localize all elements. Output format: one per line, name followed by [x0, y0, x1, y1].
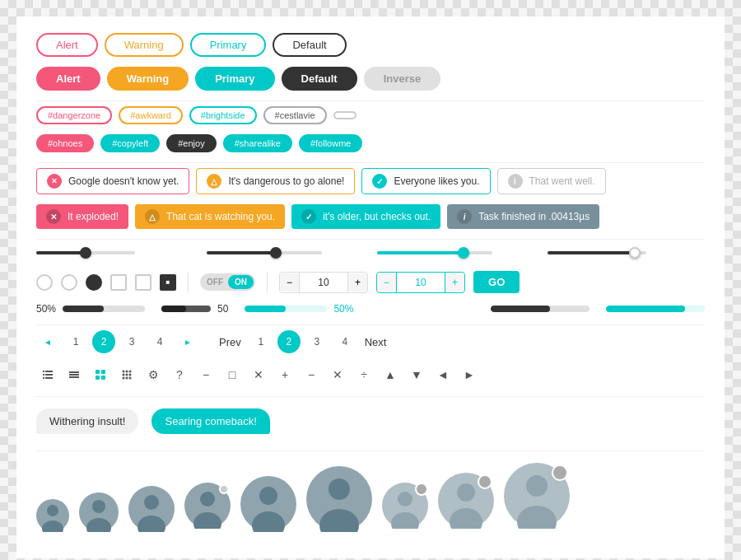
icon-minus[interactable]: −	[194, 363, 217, 386]
controls-row: OFF ON − + − + GO	[36, 271, 705, 293]
btn-primary-filled[interactable]: Primary	[195, 67, 274, 91]
divider-4	[36, 324, 705, 325]
icon-arrow-right[interactable]: ►	[458, 363, 481, 386]
divider-6	[36, 450, 705, 451]
btn-alert-filled[interactable]: Alert	[36, 67, 100, 91]
progress-4-fill	[491, 306, 550, 312]
progress-4-track	[491, 306, 590, 312]
btn-warning-filled[interactable]: Warning	[107, 67, 189, 91]
svg-point-15	[129, 371, 132, 373]
stepper-value-1[interactable]	[299, 273, 348, 292]
slider-2[interactable]	[207, 251, 364, 254]
page-1-1[interactable]: 1	[64, 330, 87, 353]
tag-awkward[interactable]: #awkward	[119, 106, 183, 124]
checkbox-unchecked-1[interactable]	[110, 274, 127, 291]
page-1-2[interactable]: 1	[249, 330, 273, 353]
filled-warning-text: That cat is watching you.	[166, 211, 275, 222]
radio-unchecked-1[interactable]	[36, 274, 53, 291]
go-button[interactable]: GO	[473, 271, 520, 293]
alert-bar-error-outline: ✕ Google doesn't know yet.	[36, 168, 189, 194]
stepper-value-2[interactable]	[396, 273, 445, 292]
slider-3[interactable]	[377, 251, 534, 254]
pagination-1: ◄ 1 2 3 4 ►	[36, 330, 199, 353]
progress-2-container: 50	[161, 303, 228, 315]
icon-plus[interactable]: +	[273, 363, 296, 386]
page-4-2[interactable]: 4	[333, 330, 357, 353]
progress-1-fill	[63, 306, 104, 312]
radio-unchecked-2[interactable]	[61, 274, 77, 291]
page-prev-label-2[interactable]: Prev	[216, 336, 245, 348]
svg-point-20	[126, 377, 128, 380]
progress-1-label: 50%	[36, 303, 56, 315]
slider-4[interactable]	[548, 251, 705, 254]
icon-list[interactable]	[63, 363, 86, 386]
icon-square[interactable]: □	[221, 363, 244, 386]
alert-bar-info-filled: i Task finished in .00413µs	[447, 204, 599, 229]
btn-default-outline[interactable]: Default	[273, 33, 346, 57]
page-3-1[interactable]: 3	[120, 330, 143, 353]
checkbox-unchecked-2[interactable]	[135, 274, 151, 291]
pagination-rows: ◄ 1 2 3 4 ► Prev 1 2 3 4 Next	[36, 330, 705, 353]
btn-default-filled[interactable]: Default	[282, 67, 357, 91]
icon-arrow-left[interactable]: ◄	[431, 363, 454, 386]
btn-primary-outline[interactable]: Primary	[190, 33, 267, 57]
icon-settings[interactable]: ⚙	[142, 363, 165, 386]
alert-bars-outline-row: ✕ Google doesn't know yet. △ It's danger…	[36, 168, 705, 194]
tag-brightside[interactable]: #brightside	[189, 106, 257, 124]
slider-1[interactable]	[36, 251, 193, 254]
tag-sharealike[interactable]: #sharealike	[223, 134, 292, 152]
checkbox-checked[interactable]	[160, 274, 176, 291]
alert-bars-filled-row: ✕ It exploded! △ That cat is watching yo…	[36, 204, 705, 229]
icon-close[interactable]: ✕	[247, 363, 270, 386]
btn-inverse-filled[interactable]: Inverse	[364, 67, 441, 91]
stepper-increment-1[interactable]: +	[348, 273, 367, 292]
icon-list-detailed[interactable]	[36, 363, 59, 386]
tag-ohnoes[interactable]: #ohnoes	[36, 134, 94, 152]
icon-arrow-up[interactable]: ▲	[379, 363, 402, 386]
svg-point-41	[398, 492, 412, 506]
btn-alert-outline[interactable]: Alert	[36, 33, 98, 57]
stepper-increment-2[interactable]: +	[445, 273, 464, 292]
page-2-1[interactable]: 2	[92, 330, 115, 353]
stepper-decrement-1[interactable]: −	[280, 273, 299, 292]
page-prev-1[interactable]: ◄	[36, 330, 59, 353]
icon-divide[interactable]: ÷	[352, 363, 375, 386]
svg-point-23	[47, 505, 58, 516]
filled-success-text: it's older, but checks out.	[323, 211, 431, 222]
page-next-label-2[interactable]: Next	[361, 336, 390, 348]
icon-help[interactable]: ?	[168, 363, 191, 386]
page-3-2[interactable]: 3	[305, 330, 329, 353]
tag-empty[interactable]	[333, 111, 357, 119]
alert-triangle-icon: △	[207, 174, 221, 189]
page-2-2[interactable]: 2	[277, 330, 301, 353]
chat-left-text: Withering insult!	[49, 415, 125, 427]
alert-check-icon: ✓	[372, 174, 387, 189]
icon-dots-grid[interactable]	[115, 363, 138, 386]
avatar-5	[240, 476, 296, 532]
tag-copyleft[interactable]: #copyleft	[100, 134, 160, 152]
alert-bar-success-filled: ✓ it's older, but checks out.	[291, 204, 440, 229]
tag-followme[interactable]: #followme	[299, 134, 363, 152]
alert-default-text: That went well.	[529, 175, 595, 187]
page-4-1[interactable]: 4	[148, 330, 171, 353]
radio-checked[interactable]	[86, 274, 102, 291]
chat-left: Withering insult!	[36, 408, 138, 434]
icon-arrow-down[interactable]: ▼	[405, 363, 428, 386]
filled-buttons-row: Alert Warning Primary Default Inverse	[36, 67, 705, 91]
svg-rect-7	[69, 374, 79, 376]
toggle-switch[interactable]: OFF ON	[200, 273, 255, 291]
btn-warning-outline[interactable]: Warning	[105, 33, 184, 57]
tag-cestlavie[interactable]: #cestlavie	[263, 106, 327, 124]
tag-dangerzone[interactable]: #dangerzone	[36, 106, 112, 124]
icon-minus-2[interactable]: −	[300, 363, 323, 386]
svg-point-16	[123, 374, 125, 376]
filled-x-icon: ✕	[46, 209, 61, 224]
avatar-7-container	[382, 483, 428, 532]
stepper-decrement-2[interactable]: −	[377, 273, 396, 292]
icon-grid[interactable]	[89, 363, 112, 386]
page-next-1[interactable]: ►	[176, 330, 199, 353]
icon-times[interactable]: ✕	[326, 363, 349, 386]
svg-point-32	[200, 492, 215, 506]
tag-enjoy[interactable]: #enjoy	[166, 134, 216, 152]
filled-triangle-icon: △	[145, 209, 160, 224]
